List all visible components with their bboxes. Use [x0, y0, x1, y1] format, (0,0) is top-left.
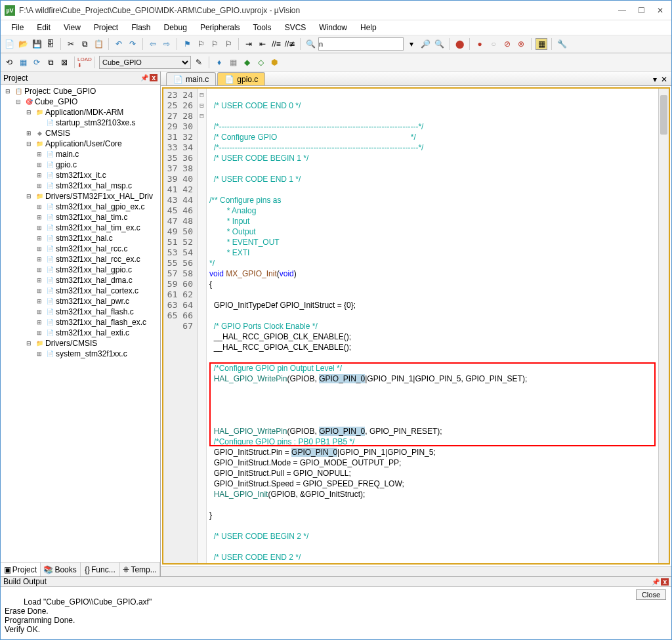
new-file-icon[interactable]: 📄	[3, 38, 15, 50]
tree-item[interactable]: ⊞📄stm32f1xx_it.c	[1, 170, 160, 181]
line-number-gutter[interactable]: 23 24 25 26 27 28 29 30 31 32 33 34 35 3…	[163, 89, 198, 563]
tree-item[interactable]: ⊟🎯Cube_GPIO	[1, 96, 160, 107]
tree-item[interactable]: 📄startup_stm32f103xe.s	[1, 117, 160, 128]
tree-item[interactable]: ⊞📄stm32f1xx_hal_gpio_ex.c	[1, 202, 160, 212]
breakpoint-disable-icon[interactable]: ○	[488, 38, 499, 50]
search-input[interactable]	[318, 37, 404, 51]
translate-icon[interactable]: ⟲	[3, 56, 15, 68]
fold-icon[interactable]: ⊞	[35, 150, 44, 159]
code-text[interactable]: /* USER CODE END 0 */ /*----------------…	[207, 89, 658, 563]
target-select[interactable]: Cube_GPIO	[99, 56, 191, 69]
vertical-scrollbar[interactable]	[658, 89, 669, 563]
menu-tools[interactable]: Tools	[247, 22, 278, 33]
tree-item[interactable]: ⊟📋Project: Cube_GPIO	[1, 86, 160, 96]
panel-close-icon[interactable]: x	[150, 74, 158, 81]
tree-item[interactable]: ⊞📄system_stm32f1xx.c	[1, 349, 160, 359]
breakpoint-all-icon[interactable]: ⊗	[515, 38, 527, 50]
fold-icon[interactable]: ⊞	[35, 213, 44, 222]
breakpoint-kill-icon[interactable]: ⊘	[501, 38, 513, 50]
find-icon[interactable]: 🔎	[419, 38, 431, 50]
tree-item[interactable]: ⊞📄stm32f1xx_hal_rcc_ex.c	[1, 254, 160, 265]
target-options-icon[interactable]: ✎	[193, 56, 205, 68]
tree-item[interactable]: ⊟📁Application/MDK-ARM	[1, 107, 160, 117]
tree-item[interactable]: ⊞📄stm32f1xx_hal_exti.c	[1, 328, 160, 338]
find-in-files-icon[interactable]: 🔍	[304, 38, 316, 50]
project-tree[interactable]: ⊟📋Project: Cube_GPIO⊟🎯Cube_GPIO⊟📁Applica…	[1, 85, 160, 562]
panel-pin-icon[interactable]: 📌	[140, 74, 148, 81]
fold-icon[interactable]: ⊞	[35, 307, 44, 316]
fold-icon[interactable]: ⊞	[35, 223, 44, 232]
fold-icon[interactable]: ⊟	[3, 87, 12, 96]
batch-build-icon[interactable]: ⧉	[45, 56, 56, 68]
fold-icon[interactable]: ⊟	[14, 97, 23, 106]
fold-icon[interactable]	[35, 118, 44, 127]
tree-item[interactable]: ⊞◆CMSIS	[1, 128, 160, 139]
menu-edit[interactable]: Edit	[30, 22, 57, 33]
panel-close-icon[interactable]: x	[661, 578, 669, 586]
panel-tab-books[interactable]: 📚Books	[41, 563, 81, 576]
fold-icon[interactable]: ⊞	[35, 286, 44, 295]
uncomment-icon[interactable]: //≢	[284, 38, 296, 50]
stop-build-icon[interactable]: ⊠	[58, 56, 70, 68]
maximize-button[interactable]: ☐	[638, 6, 645, 15]
tree-item[interactable]: ⊞📄stm32f1xx_hal.c	[1, 233, 160, 244]
manage-rte-icon[interactable]: ◆	[241, 56, 253, 68]
indent-icon[interactable]: ⇥	[243, 38, 255, 50]
tree-item[interactable]: ⊟📁Drivers/STM32F1xx_HAL_Driv	[1, 191, 160, 202]
fold-icon[interactable]: ⊞	[35, 160, 44, 169]
file-extensions-icon[interactable]: ▦	[227, 56, 239, 68]
tree-item[interactable]: ⊟📁Drivers/CMSIS	[1, 338, 160, 349]
outdent-icon[interactable]: ⇤	[257, 38, 268, 50]
fold-icon[interactable]: ⊞	[35, 234, 44, 243]
fold-icon[interactable]: ⊞	[35, 202, 44, 211]
comment-icon[interactable]: //≡	[270, 38, 282, 50]
build-icon[interactable]: ▦	[17, 56, 29, 68]
menu-flash[interactable]: Flash	[125, 22, 157, 33]
search-dropdown-icon[interactable]: ▾	[406, 38, 417, 50]
close-button[interactable]: ✕	[657, 6, 663, 15]
tab-menu-icon[interactable]: ▾	[653, 75, 657, 84]
tab-close-icon[interactable]: ✕	[661, 75, 667, 84]
tree-item[interactable]: ⊞📄gpio.c	[1, 160, 160, 170]
editor-tab-main-c[interactable]: 📄main.c	[166, 72, 216, 85]
redo-icon[interactable]: ↷	[127, 38, 138, 50]
fold-icon[interactable]: ⊟	[24, 108, 33, 117]
paste-icon[interactable]: 📋	[93, 38, 104, 50]
fold-icon[interactable]: ⊞	[35, 297, 44, 306]
tree-item[interactable]: ⊞📄stm32f1xx_hal_cortex.c	[1, 286, 160, 296]
menu-peripherals[interactable]: Peripherals	[194, 22, 247, 33]
fold-icon[interactable]: ⊞	[35, 244, 44, 253]
debug-config-icon[interactable]: ⬤	[453, 38, 465, 50]
bookmark-clear-icon[interactable]: ⚐	[222, 38, 234, 50]
bookmark-icon[interactable]: ⚑	[181, 38, 193, 50]
rebuild-icon[interactable]: ⟳	[31, 56, 43, 68]
menu-help[interactable]: Help	[354, 22, 383, 33]
breakpoint-icon[interactable]: ●	[474, 38, 486, 50]
tree-item[interactable]: ⊞📄stm32f1xx_hal_tim.c	[1, 212, 160, 223]
fold-column[interactable]: ⊟ ⊟ ⊟	[198, 89, 207, 563]
tree-item[interactable]: ⊟📁Application/User/Core	[1, 139, 160, 149]
panel-tab-project[interactable]: ▣Project	[1, 563, 41, 576]
tree-item[interactable]: ⊞📄stm32f1xx_hal_pwr.c	[1, 296, 160, 307]
panel-tab-func[interactable]: {}Func...	[81, 563, 121, 576]
incremental-find-icon[interactable]: 🔍	[433, 38, 445, 50]
manage-project-icon[interactable]: ♦	[213, 56, 225, 68]
tree-item[interactable]: ⊞📄stm32f1xx_hal_dma.c	[1, 275, 160, 286]
menu-window[interactable]: Window	[312, 22, 354, 33]
menu-project[interactable]: Project	[87, 22, 125, 33]
tree-item[interactable]: ⊞📄stm32f1xx_hal_gpio.c	[1, 265, 160, 275]
undo-icon[interactable]: ↶	[113, 38, 125, 50]
fold-icon[interactable]: ⊞	[35, 318, 44, 327]
panel-tab-temp[interactable]: ⁜Temp...	[120, 563, 160, 576]
fold-icon[interactable]: ⊟	[24, 192, 33, 201]
tree-item[interactable]: ⊞📄stm32f1xx_hal_rcc.c	[1, 244, 160, 254]
menu-view[interactable]: View	[57, 22, 87, 33]
menu-debug[interactable]: Debug	[158, 22, 194, 33]
tree-item[interactable]: ⊞📄main.c	[1, 149, 160, 160]
fold-icon[interactable]: ⊟	[24, 339, 33, 348]
open-file-icon[interactable]: 📂	[17, 38, 29, 50]
tree-item[interactable]: ⊞📄stm32f1xx_hal_tim_ex.c	[1, 223, 160, 233]
fold-icon[interactable]: ⊞	[35, 171, 44, 180]
select-packs-icon[interactable]: ◇	[255, 56, 266, 68]
cut-icon[interactable]: ✂	[65, 38, 77, 50]
